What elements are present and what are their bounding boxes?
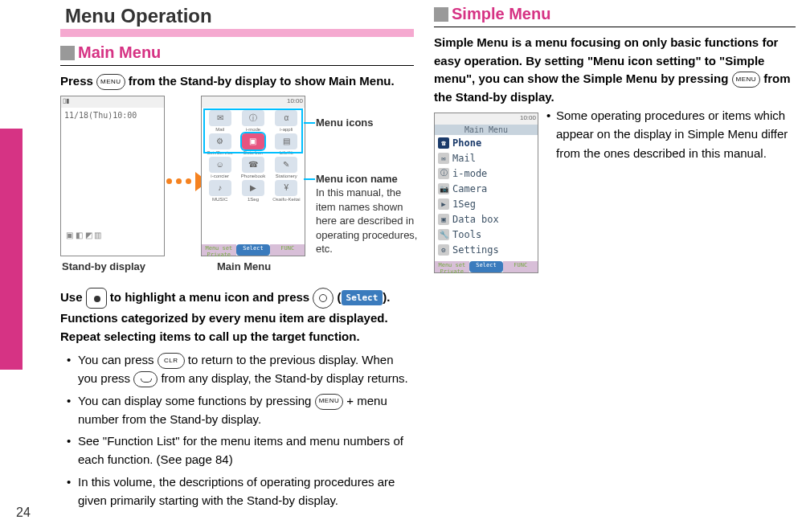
b1-pre: You can press bbox=[78, 353, 158, 366]
softkey-left: Menu set Private bbox=[202, 244, 236, 256]
softkey-right: FUNC bbox=[270, 244, 305, 256]
simple-menu-screen: 10:00 Main Menu ☎Phone ✉Mail ⓘi-mode 📷Ca… bbox=[434, 113, 538, 273]
standby-date: 11/18(Thu)10:00 bbox=[61, 108, 164, 123]
menu-cell: ♪MUSIC bbox=[204, 180, 235, 202]
softkey-select: Select bbox=[469, 261, 504, 272]
callout-menu-icons-label: Menu icons bbox=[316, 117, 374, 129]
section-header-main-menu: Main Menu bbox=[60, 43, 414, 62]
callout-menu-icon-name: Menu icon name In this manual, the item … bbox=[316, 172, 420, 256]
main-menu-grid: ✉Mail ⓘi-mode αi-appli ⚙Set./Service ▣Da… bbox=[202, 108, 305, 204]
softkey-right: FUNC bbox=[503, 261, 538, 272]
select-button-graphic: Select bbox=[342, 290, 383, 305]
intro-pre: Press bbox=[60, 74, 96, 88]
use-1b: to highlight a menu icon and press bbox=[110, 290, 313, 304]
softkey-left: Menu set Private bbox=[435, 261, 469, 272]
tools-icon: 🔧 bbox=[438, 229, 449, 240]
simple-item-phone: ☎Phone bbox=[435, 135, 538, 150]
menu-cell-label: Phonebook bbox=[241, 174, 265, 178]
simple-bullet: Some operating procedures or items which… bbox=[548, 106, 796, 162]
simple-body-text: Some operating procedures or items which… bbox=[548, 106, 796, 162]
simple-item-label: Camera bbox=[452, 183, 487, 194]
camera-icon: 📷 bbox=[438, 183, 449, 194]
phone-icon: ☎ bbox=[438, 137, 449, 149]
use-instruction: Use to highlight a menu icon and press (… bbox=[60, 288, 414, 346]
menu-key-icon: MENU bbox=[732, 72, 761, 88]
menu-cell: ✉Mail bbox=[204, 110, 235, 132]
b3: See "Function List" for the menu items a… bbox=[78, 434, 403, 466]
b1-post: from any display, the Stand-by display r… bbox=[161, 371, 407, 385]
simple-intro-text: Simple Menu is a menu focusing on only b… bbox=[434, 35, 778, 85]
simple-item: ▣Data box bbox=[435, 211, 538, 227]
side-tab-label: Basic Operation bbox=[43, 200, 58, 299]
menu-cell-highlighted: ▣Data box bbox=[237, 133, 268, 155]
menu-cell: ✎Stationery bbox=[271, 157, 302, 178]
end-key-icon bbox=[133, 371, 158, 387]
center-key-icon bbox=[313, 288, 333, 309]
b4: In this volume, the descriptions of oper… bbox=[78, 475, 395, 507]
dpad-key-icon bbox=[86, 288, 107, 309]
clr-key-icon: CLR bbox=[158, 353, 185, 369]
callout-menu-icons: Menu icons bbox=[316, 116, 374, 130]
right-column: Simple Menu Simple Menu is a menu focusi… bbox=[434, 0, 796, 273]
menu-cell: ☺i-concier bbox=[204, 157, 235, 178]
section-rule bbox=[434, 27, 796, 27]
simple-item: ✉Mail bbox=[435, 150, 538, 166]
list-item: You can press CLR to return to the previ… bbox=[70, 350, 414, 388]
intro-line: Press MENU from the Stand-by display to … bbox=[60, 72, 414, 91]
diagram-area: ▯▮ 11/18(Thu)10:00 ▣ ◧ ◩ ▥ 10:00 ✉Mail ⓘ… bbox=[60, 96, 414, 284]
standby-statusbar: ▯▮ bbox=[61, 96, 164, 108]
menu-cell-label: i-appli bbox=[280, 127, 293, 132]
mainmenu-softkeys: Menu set Private Select FUNC bbox=[202, 244, 305, 256]
simple-item: ▶1Seg bbox=[435, 196, 538, 211]
menu-cell: ▤LifeKit bbox=[271, 133, 302, 155]
section-header-simple-menu: Simple Menu bbox=[434, 5, 796, 23]
settings-icon: ⚙ bbox=[438, 244, 449, 256]
section-title-simple-menu: Simple Menu bbox=[452, 5, 550, 23]
menu-cell-label: LifeKit bbox=[280, 150, 293, 155]
softkey-select: Select bbox=[236, 244, 271, 256]
menu-key-icon: MENU bbox=[96, 74, 125, 90]
side-tab: Basic Operation bbox=[0, 129, 23, 370]
mail-icon: ✉ bbox=[438, 153, 449, 164]
tv-icon: ▶ bbox=[438, 198, 449, 210]
simple-item: 📷Camera bbox=[435, 181, 538, 196]
use-1d: ). bbox=[383, 290, 390, 304]
list-item: You can display some functions by pressi… bbox=[70, 391, 414, 429]
simple-item: ⚙Settings bbox=[435, 242, 538, 257]
menu-cell: ⚙Set./Service bbox=[204, 133, 235, 155]
menu-cell-label: Set./Service bbox=[207, 150, 232, 155]
use-3: Repeat selecting items to call up the ta… bbox=[60, 329, 360, 343]
simple-item-label: Phone bbox=[452, 137, 481, 149]
section-title-main-menu: Main Menu bbox=[78, 43, 161, 62]
menu-cell-label: 1Seg bbox=[248, 197, 259, 202]
use-1c: ( bbox=[338, 290, 342, 304]
standby-caption: Stand-by display bbox=[62, 260, 145, 272]
simple-item-label: i-mode bbox=[452, 168, 487, 179]
menu-cell: ¥Osaifu-Keitai bbox=[271, 180, 302, 202]
simple-intro: Simple Menu is a menu focusing on only b… bbox=[434, 34, 796, 106]
b2-pre: You can display some functions by pressi… bbox=[78, 394, 315, 407]
section-marker-icon bbox=[60, 46, 75, 60]
simple-item-label: Settings bbox=[452, 244, 499, 256]
left-column: Menu Operation Main Menu Press MENU from… bbox=[60, 0, 414, 513]
menu-cell-label: Stationery bbox=[276, 174, 297, 178]
list-item: See "Function List" for the menu items a… bbox=[70, 432, 414, 469]
menu-cell-label: Data box bbox=[243, 150, 263, 155]
simple-menu-title: Main Menu bbox=[435, 125, 538, 135]
menu-cell: ⓘi-mode bbox=[237, 110, 268, 132]
simple-item-label: Data box bbox=[452, 214, 499, 225]
page-title: Menu Operation bbox=[60, 0, 414, 37]
menu-cell-label: MUSIC bbox=[212, 197, 227, 202]
simple-item: ⓘi-mode bbox=[435, 166, 538, 181]
simple-item-label: 1Seg bbox=[452, 198, 476, 210]
simple-softkeys: Menu set Private Select FUNC bbox=[435, 261, 538, 272]
section-marker-icon bbox=[434, 7, 448, 22]
imode-icon: ⓘ bbox=[438, 168, 449, 179]
menu-cell: αi-appli bbox=[271, 110, 302, 132]
list-item: In this volume, the descriptions of oper… bbox=[70, 473, 414, 510]
callout-line-icon bbox=[304, 122, 315, 124]
simple-item-label: Mail bbox=[452, 153, 476, 164]
simple-body-row: 10:00 Main Menu ☎Phone ✉Mail ⓘi-mode 📷Ca… bbox=[434, 106, 796, 273]
simple-menu-list: ☎Phone ✉Mail ⓘi-mode 📷Camera ▶1Seg ▣Data… bbox=[435, 135, 538, 257]
menu-cell-label: i-mode bbox=[246, 127, 260, 132]
